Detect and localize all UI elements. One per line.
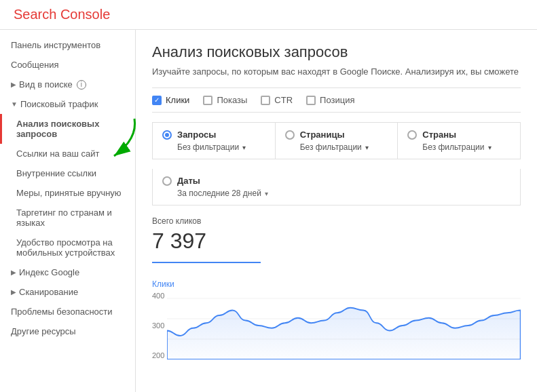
sidebar-item-analyze-queries[interactable]: Анализ поисковых запросов bbox=[0, 114, 135, 144]
dimension-queries[interactable]: Запросы Без фильтрации ▾ bbox=[153, 123, 276, 159]
page-title: Анализ поисковых запросов bbox=[152, 43, 521, 61]
filter-clicks[interactable]: Клики bbox=[152, 95, 189, 105]
dimension-pages[interactable]: Страницы Без фильтрации ▾ bbox=[276, 123, 399, 159]
dates-section[interactable]: Даты За последние 28 дней ▾ bbox=[152, 169, 521, 205]
dates-radio[interactable] bbox=[162, 176, 172, 186]
filter-bar: Клики Показы CTR Позиция bbox=[152, 87, 521, 113]
app-title: Search Console bbox=[14, 7, 110, 22]
clicks-checkbox[interactable] bbox=[152, 96, 162, 105]
sidebar-item-manual-actions[interactable]: Меры, принятые вручную bbox=[0, 183, 135, 203]
sidebar-item-links-to-site[interactable]: Ссылки на ваш сайт bbox=[0, 144, 135, 163]
countries-dropdown-icon: ▾ bbox=[488, 144, 492, 151]
sidebar-item-google-index[interactable]: ▶ Индекс Google bbox=[0, 262, 135, 282]
sidebar-item-view-search[interactable]: ▶ Вид в поиске i bbox=[0, 75, 135, 94]
sidebar-item-security[interactable]: Проблемы безопасности bbox=[0, 302, 135, 321]
chart-line bbox=[167, 292, 521, 359]
main-layout: Панель инструментов Сообщения ▶ Вид в по… bbox=[0, 30, 537, 392]
chevron-right-icon-3: ▶ bbox=[11, 288, 16, 296]
pages-filter[interactable]: Без фильтрации ▾ bbox=[300, 142, 388, 152]
sidebar-item-internal-links[interactable]: Внутренние ссылки bbox=[0, 163, 135, 183]
header: Search Console bbox=[0, 0, 537, 30]
filter-position[interactable]: Позиция bbox=[306, 95, 354, 105]
chevron-down-icon: ▼ bbox=[11, 100, 18, 108]
stats-label: Всего кликов bbox=[152, 216, 261, 226]
chart-label: Клики bbox=[152, 279, 521, 289]
page-subtitle: Изучайте запросы, по которым вас находят… bbox=[152, 66, 521, 77]
stats-value: 7 397 bbox=[152, 229, 261, 254]
dimension-countries[interactable]: Страны Без фильтрации ▾ bbox=[398, 123, 520, 159]
countries-radio[interactable] bbox=[407, 130, 417, 140]
chevron-right-icon-2: ▶ bbox=[11, 269, 16, 276]
chart-wrapper: 400 300 200 bbox=[152, 292, 521, 359]
queries-filter[interactable]: Без фильтрации ▾ bbox=[177, 142, 265, 152]
impressions-checkbox[interactable] bbox=[203, 96, 212, 105]
sidebar-item-search-traffic[interactable]: ▼ Поисковый трафик bbox=[0, 94, 135, 114]
total-clicks-section: Всего кликов 7 397 bbox=[152, 216, 261, 263]
queries-radio[interactable] bbox=[162, 130, 172, 140]
main-content: Анализ поисковых запросов Изучайте запро… bbox=[136, 30, 537, 392]
y-axis: 400 300 200 bbox=[152, 292, 164, 359]
chart-container: Клики 400 300 200 bbox=[152, 279, 521, 359]
countries-filter[interactable]: Без фильтрации ▾ bbox=[422, 142, 511, 152]
info-icon: i bbox=[77, 80, 86, 90]
chart-svg-area bbox=[167, 292, 521, 359]
ctr-checkbox[interactable] bbox=[261, 96, 270, 105]
position-checkbox[interactable] bbox=[306, 96, 316, 105]
dates-range[interactable]: За последние 28 дней ▾ bbox=[177, 189, 511, 198]
queries-dropdown-icon: ▾ bbox=[242, 144, 246, 151]
sidebar-item-panel[interactable]: Панель инструментов bbox=[0, 35, 135, 55]
sidebar: Панель инструментов Сообщения ▶ Вид в по… bbox=[0, 30, 136, 392]
pages-radio[interactable] bbox=[285, 130, 295, 140]
sidebar-item-other[interactable]: Другие ресурсы bbox=[0, 321, 135, 341]
sidebar-item-country-targeting[interactable]: Таргетинг по странам и языках bbox=[0, 203, 135, 233]
dimension-group: Запросы Без фильтрации ▾ Страницы Без фи… bbox=[152, 122, 521, 159]
dates-dropdown-icon: ▾ bbox=[265, 190, 268, 197]
sidebar-item-crawl[interactable]: ▶ Сканирование bbox=[0, 282, 135, 302]
filter-ctr[interactable]: CTR bbox=[261, 95, 293, 105]
sidebar-item-messages[interactable]: Сообщения bbox=[0, 55, 135, 75]
filter-impressions[interactable]: Показы bbox=[203, 95, 247, 105]
pages-dropdown-icon: ▾ bbox=[365, 144, 369, 151]
chevron-right-icon: ▶ bbox=[11, 81, 16, 88]
stats-area: Всего кликов 7 397 bbox=[152, 216, 521, 273]
sidebar-item-mobile-usability[interactable]: Удобство просмотра на мобильных устройст… bbox=[0, 233, 135, 262]
